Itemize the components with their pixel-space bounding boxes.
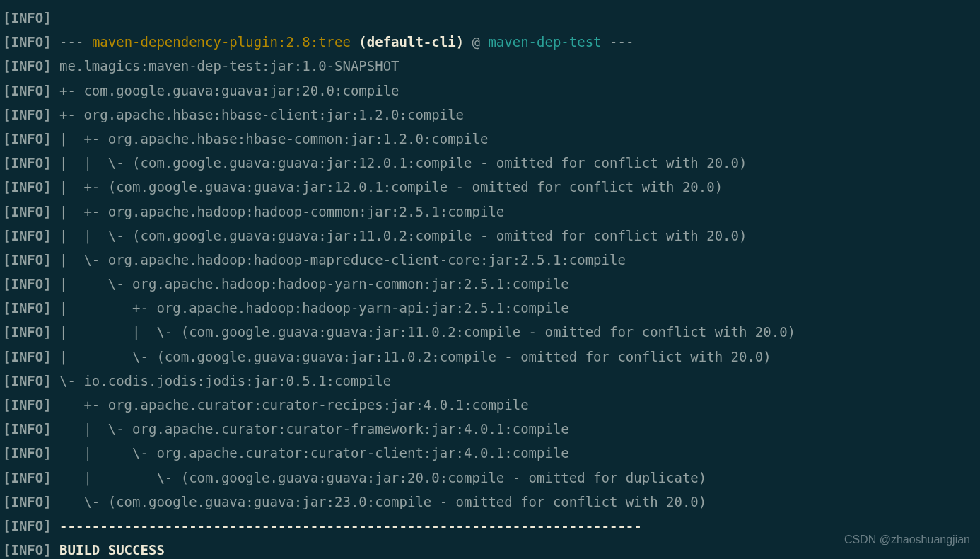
log-level: INFO xyxy=(11,127,43,151)
bracket-close: ] xyxy=(43,79,51,103)
bracket-open: [ xyxy=(3,466,11,490)
dependency-node: +- org.apache.curator:curator-recipes:ja… xyxy=(52,393,529,417)
dependency-node: | \- org.apache.hadoop:hadoop-mapreduce-… xyxy=(52,248,626,272)
dependency-node: | \- org.apache.curator:curator-client:j… xyxy=(52,441,569,465)
dependency-node: | \- org.apache.hadoop:hadoop-yarn-commo… xyxy=(52,272,569,296)
bracket-close: ] xyxy=(43,320,51,344)
log-level: INFO xyxy=(11,538,43,559)
log-level: INFO xyxy=(11,466,43,490)
dependency-node: | +- org.apache.hadoop:hadoop-yarn-api:j… xyxy=(52,296,569,320)
log-level: INFO xyxy=(11,30,43,54)
bracket-open: [ xyxy=(3,417,11,441)
bracket-close: ] xyxy=(43,175,51,199)
log-line: [INFO] | +- org.apache.hadoop:hadoop-com… xyxy=(3,200,977,224)
dependency-node: | +- (com.google.guava:guava:jar:12.0.1:… xyxy=(52,175,723,199)
log-line: [INFO] | +- org.apache.hbase:hbase-commo… xyxy=(3,127,977,151)
dependency-node: | | \- (com.google.guava:guava:jar:11.0.… xyxy=(52,224,747,248)
dependency-node: | | \- (com.google.guava:guava:jar:12.0.… xyxy=(52,151,747,175)
bracket-open: [ xyxy=(3,200,11,224)
bracket-open: [ xyxy=(3,393,11,417)
terminal-output: [INFO] [INFO] --- maven-dependency-plugi… xyxy=(3,6,977,559)
bracket-close: ] xyxy=(43,345,51,369)
log-line: [INFO] | | \- (com.google.guava:guava:ja… xyxy=(3,151,977,175)
bracket-open: [ xyxy=(3,272,11,296)
log-level: INFO xyxy=(11,54,43,78)
bracket-close: ] xyxy=(43,441,51,465)
log-level: INFO xyxy=(11,296,43,320)
dependency-node: | +- org.apache.hbase:hbase-common:jar:1… xyxy=(52,127,489,151)
dependency-node: \- io.codis.jodis:jodis:jar:0.5.1:compil… xyxy=(52,369,391,393)
bracket-open: [ xyxy=(3,224,11,248)
log-line: [INFO] +- com.google.guava:guava:jar:20.… xyxy=(3,79,977,103)
log-level: INFO xyxy=(11,514,43,538)
log-line: [INFO] BUILD SUCCESS xyxy=(3,538,977,559)
dependency-node: +- org.apache.hbase:hbase-client:jar:1.2… xyxy=(52,103,464,127)
log-line: [INFO] | \- org.apache.hadoop:hadoop-yar… xyxy=(3,272,977,296)
bracket-close: ] xyxy=(43,127,51,151)
bracket-close: ] xyxy=(43,490,51,514)
log-level: INFO xyxy=(11,200,43,224)
default-cli: (default-cli) xyxy=(351,30,464,54)
bracket-open: [ xyxy=(3,345,11,369)
log-level: INFO xyxy=(11,79,43,103)
bracket-open: [ xyxy=(3,369,11,393)
log-line: [INFO] | \- org.apache.curator:curator-c… xyxy=(3,441,977,465)
dependency-node: \- (com.google.guava:guava:jar:23.0:comp… xyxy=(52,490,707,514)
bracket-open: [ xyxy=(3,320,11,344)
log-level: INFO xyxy=(11,248,43,272)
log-line: [INFO] +- org.apache.hbase:hbase-client:… xyxy=(3,103,977,127)
bracket-open: [ xyxy=(3,103,11,127)
bracket-close: ] xyxy=(43,514,51,538)
bracket-open: [ xyxy=(3,296,11,320)
log-line: [INFO] +- org.apache.curator:curator-rec… xyxy=(3,393,977,417)
log-line: [INFO] | \- org.apache.curator:curator-f… xyxy=(3,417,977,441)
log-line: [INFO] \- (com.google.guava:guava:jar:23… xyxy=(3,490,977,514)
log-line: [INFO] | \- (com.google.guava:guava:jar:… xyxy=(3,466,977,490)
log-line: [INFO] | \- (com.google.guava:guava:jar:… xyxy=(3,345,977,369)
bracket-open: [ xyxy=(3,54,11,78)
log-level: INFO xyxy=(11,151,43,175)
log-level: INFO xyxy=(11,417,43,441)
bracket-close: ] xyxy=(43,54,51,78)
bracket-close: ] xyxy=(43,103,51,127)
log-line: [INFO] --- maven-dependency-plugin:2.8:t… xyxy=(3,30,977,54)
log-level: INFO xyxy=(11,345,43,369)
bracket-close: ] xyxy=(43,369,51,393)
bracket-open: [ xyxy=(3,538,11,559)
log-level: INFO xyxy=(11,393,43,417)
bracket-close: ] xyxy=(43,200,51,224)
dependency-node: | +- org.apache.hadoop:hadoop-common:jar… xyxy=(52,200,505,224)
bracket-open: [ xyxy=(3,248,11,272)
bracket-close: ] xyxy=(43,393,51,417)
log-level: INFO xyxy=(11,224,43,248)
bracket-open: [ xyxy=(3,30,11,54)
log-line: [INFO] ---------------------------------… xyxy=(3,514,977,538)
dependency-node: | \- (com.google.guava:guava:jar:11.0.2:… xyxy=(52,345,771,369)
bracket-open: [ xyxy=(3,151,11,175)
log-line: [INFO] \- io.codis.jodis:jodis:jar:0.5.1… xyxy=(3,369,977,393)
bracket-close: ] xyxy=(43,30,51,54)
dependency-node: +- com.google.guava:guava:jar:20.0:compi… xyxy=(52,79,399,103)
log-level: INFO xyxy=(11,103,43,127)
plugin-name: maven-dependency-plugin:2.8:tree xyxy=(92,30,351,54)
bracket-close: ] xyxy=(43,417,51,441)
log-line: [INFO] xyxy=(3,6,977,30)
log-line: [INFO] | +- org.apache.hadoop:hadoop-yar… xyxy=(3,296,977,320)
project-name: maven-dep-test xyxy=(488,30,601,54)
bracket-close: ] xyxy=(43,224,51,248)
bracket-close: ] xyxy=(43,6,51,30)
log-line: [INFO] me.lmagics:maven-dep-test:jar:1.0… xyxy=(3,54,977,78)
bracket-open: [ xyxy=(3,175,11,199)
log-level: INFO xyxy=(11,272,43,296)
log-line: [INFO] | | \- (com.google.guava:guava:ja… xyxy=(3,224,977,248)
dependency-root: me.lmagics:maven-dep-test:jar:1.0-SNAPSH… xyxy=(52,54,399,78)
at-symbol: @ xyxy=(464,30,488,54)
bracket-close: ] xyxy=(43,248,51,272)
log-level: INFO xyxy=(11,175,43,199)
bracket-close: ] xyxy=(43,151,51,175)
bracket-open: [ xyxy=(3,79,11,103)
dashes-pre: --- xyxy=(52,30,92,54)
log-level: INFO xyxy=(11,6,43,30)
bracket-open: [ xyxy=(3,127,11,151)
bracket-close: ] xyxy=(43,296,51,320)
